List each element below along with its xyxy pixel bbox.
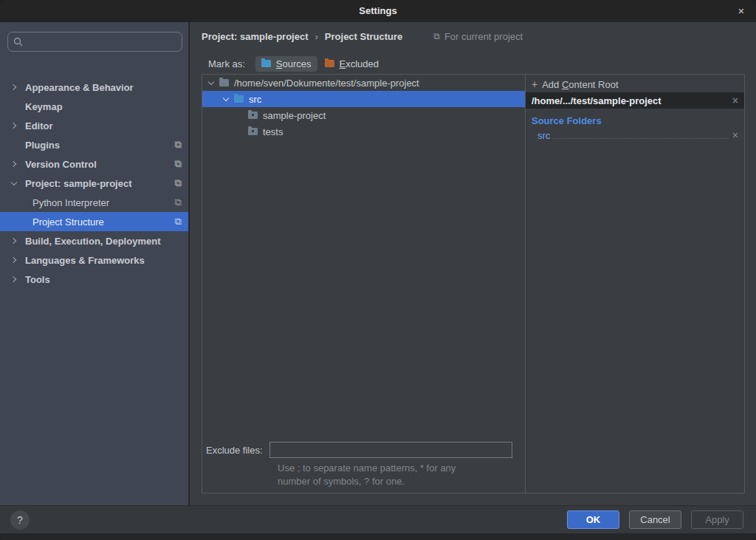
structure-panel: /home/sven/Dokumente/test/sample-project… xyxy=(202,74,745,493)
sidebar-item-label: Build, Execution, Deployment xyxy=(25,236,160,247)
tree-row-label: sample-project xyxy=(263,110,326,121)
chevron-right-icon xyxy=(11,276,18,283)
mark-as-toolbar: Mark as: Sources Excluded xyxy=(208,54,385,73)
dialog-footer: ? OK Cancel Apply xyxy=(0,505,756,533)
source-folder-name[interactable]: src xyxy=(537,130,550,141)
breadcrumb: Project: sample-project › Project Struct… xyxy=(202,28,523,44)
chevron-right-icon xyxy=(11,257,18,264)
chevron-right-icon xyxy=(11,161,18,168)
scope-note: ⧉For current project xyxy=(433,31,523,42)
sidebar-item-project-structure[interactable]: Project Structure⧉ xyxy=(0,212,188,231)
settings-dialog: Settings × Appearance & Behavior Keymap … xyxy=(0,0,756,540)
chevron-right-icon xyxy=(11,123,18,129)
add-content-root-button[interactable]: + Add Content Root xyxy=(526,76,744,92)
exclude-hint-line2: number of symbols, ? for one. xyxy=(278,475,525,488)
source-folder-item[interactable]: src × xyxy=(537,129,738,141)
search-input[interactable] xyxy=(7,32,182,52)
sidebar-item-build-execution[interactable]: Build, Execution, Deployment xyxy=(0,231,188,250)
folder-icon xyxy=(219,79,229,86)
title-bar: Settings × xyxy=(0,0,756,22)
excluded-folder-icon xyxy=(325,60,334,67)
cancel-button[interactable]: Cancel xyxy=(629,510,681,529)
tree-row-src[interactable]: src xyxy=(202,91,525,107)
per-project-settings-icon: ⧉ xyxy=(433,31,440,41)
tree-row-sample-project[interactable]: sample-project xyxy=(202,107,525,123)
dialog-title: Settings xyxy=(0,0,756,22)
tree-row-label: src xyxy=(249,94,261,105)
per-project-settings-icon: ⧉ xyxy=(175,154,182,174)
ok-button[interactable]: OK xyxy=(567,510,619,529)
apply-button[interactable]: Apply xyxy=(691,510,743,529)
sidebar-item-label: Appearance & Behavior xyxy=(25,82,134,93)
sidebar-item-label: Python Interpreter xyxy=(32,197,109,208)
main-content: Project: sample-project › Project Struct… xyxy=(190,22,756,505)
per-project-settings-icon: ⧉ xyxy=(175,135,182,154)
mark-as-label: Mark as: xyxy=(208,58,245,69)
plus-icon: + xyxy=(532,78,537,90)
sidebar-item-editor[interactable]: Editor xyxy=(0,116,188,135)
sidebar-item-label: Languages & Frameworks xyxy=(25,255,145,266)
sources-folder-icon xyxy=(261,60,271,67)
source-folder-icon xyxy=(234,95,244,103)
chevron-down-icon[interactable] xyxy=(208,80,215,86)
directory-tree: /home/sven/Dokumente/test/sample-project… xyxy=(202,75,526,493)
sidebar-item-keymap[interactable]: Keymap xyxy=(0,97,188,116)
sidebar-item-languages-frameworks[interactable]: Languages & Frameworks xyxy=(0,250,188,270)
sidebar-item-label: Project: sample-project xyxy=(25,178,132,189)
dotted-leader xyxy=(554,138,728,139)
sidebar-item-label: Version Control xyxy=(25,159,97,170)
mark-sources-button[interactable]: Sources xyxy=(255,56,317,72)
exclude-files-label: Exclude files: xyxy=(206,445,263,456)
sidebar-item-project[interactable]: Project: sample-project⧉ xyxy=(0,174,188,193)
source-folders-heading: Source Folders xyxy=(532,115,744,126)
sidebar-item-label: Tools xyxy=(25,274,50,285)
mark-excluded-button[interactable]: Excluded xyxy=(319,56,385,72)
sidebar-item-version-control[interactable]: Version Control⧉ xyxy=(0,154,188,174)
sidebar-item-plugins[interactable]: Plugins⧉ xyxy=(0,135,188,154)
tree-row-tests[interactable]: tests xyxy=(202,123,525,140)
content-roots-pane: + Add Content Root /home/.../test/sample… xyxy=(526,75,744,493)
chevron-down-icon xyxy=(11,180,18,187)
remove-content-root-icon[interactable]: × xyxy=(732,95,738,106)
per-project-settings-icon: ⧉ xyxy=(175,212,182,231)
sidebar-item-label: Keymap xyxy=(25,101,63,112)
remove-source-folder-icon[interactable]: × xyxy=(732,129,738,141)
exclude-files-input[interactable] xyxy=(269,442,512,458)
breadcrumb-separator-icon: › xyxy=(315,31,318,42)
tree-row-label: /home/sven/Dokumente/test/sample-project xyxy=(234,78,419,89)
sidebar-item-tools[interactable]: Tools xyxy=(0,270,188,289)
folder-icon xyxy=(248,128,258,135)
sidebar-item-python-interpreter[interactable]: Python Interpreter⧉ xyxy=(0,193,188,212)
content-root-path: /home/.../test/sample-project xyxy=(532,95,662,106)
exclude-hint-line1: Use ; to separate name patterns, * for a… xyxy=(278,462,525,475)
chevron-down-icon[interactable] xyxy=(223,96,230,103)
sidebar-item-label: Plugins xyxy=(25,140,60,151)
per-project-settings-icon: ⧉ xyxy=(175,193,182,212)
exclude-files-section: Exclude files: Use ; to separate name pa… xyxy=(202,442,525,488)
chevron-right-icon xyxy=(11,238,18,245)
settings-nav: Appearance & Behavior Keymap Editor Plug… xyxy=(0,78,188,289)
per-project-settings-icon: ⧉ xyxy=(175,174,182,193)
breadcrumb-project[interactable]: Project: sample-project xyxy=(202,31,309,42)
breadcrumb-page: Project Structure xyxy=(325,31,402,42)
tree-row-content-root[interactable]: /home/sven/Dokumente/test/sample-project xyxy=(202,75,525,91)
folder-icon xyxy=(248,112,258,119)
help-button[interactable]: ? xyxy=(10,510,30,530)
sidebar-item-label: Editor xyxy=(25,120,53,131)
sidebar-item-label: Project Structure xyxy=(32,216,104,228)
settings-sidebar: Appearance & Behavior Keymap Editor Plug… xyxy=(0,22,189,505)
tree-row-label: tests xyxy=(263,126,283,137)
content-root-row[interactable]: /home/.../test/sample-project × xyxy=(526,92,744,109)
close-icon[interactable]: × xyxy=(731,0,752,22)
sidebar-item-appearance[interactable]: Appearance & Behavior xyxy=(0,78,188,97)
window-bottom-edge xyxy=(0,533,756,540)
chevron-right-icon xyxy=(11,84,18,91)
